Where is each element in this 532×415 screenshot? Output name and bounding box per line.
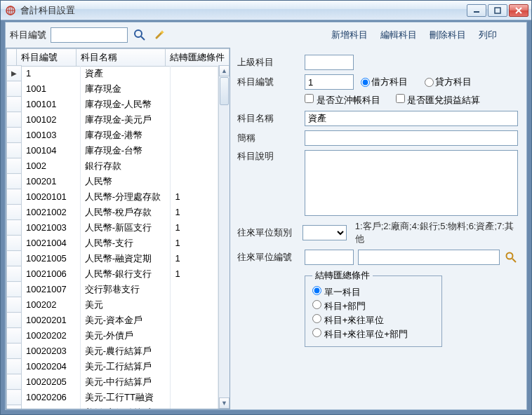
grid-body[interactable]: ▶1資產1001庫存現金100101庫存現金-人民幣100102庫存現金-美元戶… <box>6 65 218 409</box>
table-row[interactable]: 10020201美元-資本金戶 <box>7 313 218 328</box>
name-label: 科目名稱 <box>237 112 300 125</box>
table-row[interactable]: 100202美元 <box>7 297 218 313</box>
cell-name: 美元-支行結算戶 <box>80 405 171 409</box>
summary-dept-radio[interactable] <box>312 300 321 309</box>
col-code[interactable]: 科目編號 <box>16 49 76 67</box>
cell-code: 100103 <box>22 128 81 143</box>
menu-print[interactable]: 列印 <box>479 29 497 41</box>
code-input[interactable] <box>305 74 354 90</box>
table-row[interactable]: 10020203美元-農行結算戶 <box>7 343 218 359</box>
vertical-scrollbar[interactable]: ▲ ▼ <box>218 65 230 409</box>
col-cond[interactable]: 結轉匯總條件 <box>165 49 229 67</box>
cell-name: 美元-工行TT融資 <box>80 390 171 405</box>
desc-textarea[interactable] <box>305 150 518 216</box>
row-indicator <box>7 328 22 343</box>
table-row[interactable]: 10020206美元-工行TT融資 <box>7 390 218 405</box>
table-row[interactable]: 10020205美元-中行結算戶 <box>7 374 218 390</box>
debit-radio[interactable] <box>361 78 370 87</box>
menu-add[interactable]: 新增科目 <box>331 29 368 41</box>
maximize-button[interactable] <box>488 4 507 17</box>
unit-code-label: 往來單位編號 <box>237 251 300 264</box>
cell-code: 10021006 <box>22 266 81 282</box>
table-row[interactable]: 100101庫存現金-人民幣 <box>7 97 218 112</box>
unit-code-input[interactable] <box>305 250 354 265</box>
cell-name: 銀行存款 <box>80 158 171 174</box>
table-row[interactable]: 10020202美元-外債戶 <box>7 328 218 343</box>
row-indicator <box>7 313 22 328</box>
credit-radio[interactable] <box>425 78 434 87</box>
unit-name-input[interactable] <box>358 250 500 265</box>
summary-unit-label: 科目+來往單位 <box>324 315 385 325</box>
fx-checkbox[interactable] <box>396 94 405 103</box>
offset-checkbox-wrap[interactable]: 是否立沖帳科目 <box>305 94 380 107</box>
search-input[interactable] <box>51 27 128 43</box>
cell-cond <box>171 112 218 128</box>
search-icon[interactable] <box>132 27 147 43</box>
unit-type-select[interactable] <box>302 225 346 240</box>
summary-unit-radio[interactable] <box>312 314 321 323</box>
cell-cond <box>171 313 218 328</box>
table-row[interactable]: 10020204美元-工行結算戶 <box>7 359 218 374</box>
cell-code: 100102 <box>22 112 81 128</box>
scroll-thumb[interactable] <box>220 77 229 105</box>
minimize-button[interactable] <box>467 4 486 17</box>
summary-unit-dept-label: 科目+來往單位+部門 <box>324 329 408 339</box>
table-row[interactable]: 1001庫存現金 <box>7 81 218 97</box>
form-pane: 上級科目 科目編號 借方科目 貸方科目 是否立沖帳科目 是否匯兌損益結算 科目名… <box>234 48 526 409</box>
table-row[interactable]: 10021002人民幣-稅戶存款1 <box>7 205 218 220</box>
table-row[interactable]: 100201人民幣 <box>7 174 218 189</box>
summary-single-wrap[interactable]: 單一科目 <box>312 286 434 299</box>
wizard-icon[interactable] <box>152 27 167 43</box>
scroll-down-icon[interactable]: ▼ <box>219 397 230 409</box>
desc-label: 科目說明 <box>237 150 300 163</box>
table-row[interactable]: ▶1資產 <box>7 66 218 81</box>
col-name[interactable]: 科目名稱 <box>76 49 165 67</box>
name-input[interactable] <box>305 111 518 126</box>
short-label: 簡稱 <box>237 132 300 144</box>
cell-code: 10020201 <box>22 313 81 328</box>
table-row[interactable]: 10021005人民幣-融資定期1 <box>7 251 218 266</box>
fx-label: 是否匯兌損益結算 <box>407 95 480 105</box>
table-row[interactable]: 10021006人民幣-銀行支行1 <box>7 266 218 282</box>
table-row[interactable]: 100104庫存現金-台幣 <box>7 143 218 158</box>
summary-unit-wrap[interactable]: 科目+來往單位 <box>312 314 434 327</box>
table-row[interactable]: 10020207美元-支行結算戶1 <box>7 405 218 409</box>
menu-delete[interactable]: 刪除科目 <box>430 29 466 41</box>
lookup-icon[interactable] <box>504 250 518 264</box>
cell-name: 人民幣-銀行支行 <box>80 266 171 282</box>
table-row[interactable]: 1002銀行存款 <box>7 158 218 174</box>
summary-single-radio[interactable] <box>312 286 321 295</box>
cell-name: 交行郭巷支行 <box>80 282 171 297</box>
table-row[interactable]: 10021007交行郭巷支行 <box>7 282 218 297</box>
menu-edit[interactable]: 編輯科目 <box>380 29 417 41</box>
cell-cond: 1 <box>171 189 218 205</box>
scroll-up-icon[interactable]: ▲ <box>219 65 230 76</box>
cell-code: 10020101 <box>22 189 81 205</box>
table-row[interactable]: 100103庫存現金-港幣 <box>7 128 218 143</box>
row-indicator <box>7 143 22 158</box>
summary-legend: 結轉匯總條件 <box>312 269 373 282</box>
table-row[interactable]: 10020101人民幣-分理處存款1 <box>7 189 218 205</box>
cell-name: 人民幣-稅戶存款 <box>80 205 171 220</box>
accounts-grid[interactable]: 科目編號 科目名稱 結轉匯總條件 ▶1資產1001庫存現金100101庫存現金-… <box>6 48 230 409</box>
table-row[interactable]: 10021003人民幣-新區支行1 <box>7 220 218 236</box>
svg-rect-5 <box>495 8 500 13</box>
row-indicator <box>7 81 22 97</box>
short-input[interactable] <box>305 130 518 146</box>
cell-cond: 1 <box>171 405 218 409</box>
summary-unit-dept-wrap[interactable]: 科目+來往單位+部門 <box>312 328 434 341</box>
cell-cond <box>171 374 218 390</box>
row-indicator <box>7 112 22 128</box>
fx-checkbox-wrap[interactable]: 是否匯兌損益結算 <box>396 94 481 107</box>
table-row[interactable]: 10021004人民幣-支行1 <box>7 236 218 251</box>
cell-code: 1002 <box>22 158 81 174</box>
cell-cond <box>171 390 218 405</box>
table-row[interactable]: 100102庫存現金-美元戶 <box>7 112 218 128</box>
close-button[interactable] <box>509 4 528 17</box>
cell-name: 庫存現金-港幣 <box>80 128 171 143</box>
cell-name: 美元-資本金戶 <box>80 313 171 328</box>
parent-input[interactable] <box>305 55 354 70</box>
offset-checkbox[interactable] <box>305 94 314 103</box>
summary-unit-dept-radio[interactable] <box>312 328 321 337</box>
summary-dept-wrap[interactable]: 科目+部門 <box>312 300 434 313</box>
